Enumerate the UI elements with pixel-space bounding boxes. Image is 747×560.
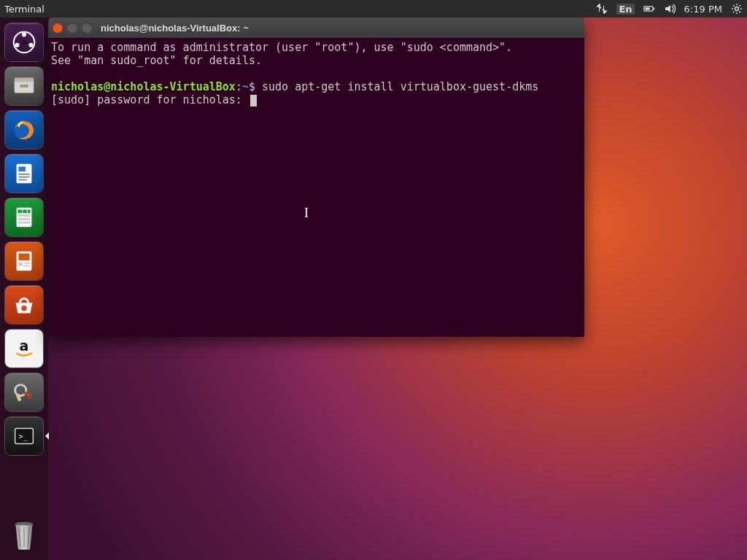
svg-point-16 [21, 39, 27, 45]
prompt-userhost: nicholas@nicholas-VirtualBox [51, 80, 236, 93]
clock[interactable]: 6:19 PM [684, 4, 722, 15]
launcher: a >_ [0, 18, 48, 560]
text-caret-icon: I [304, 206, 309, 221]
amazon-icon[interactable]: a [5, 330, 43, 368]
terminal-body[interactable]: To run a command as administrator (user … [48, 38, 584, 337]
svg-rect-23 [18, 174, 29, 175]
svg-rect-29 [28, 210, 31, 214]
writer-icon[interactable] [5, 155, 43, 192]
indicator-area: En 6:19 PM [596, 3, 743, 15]
dash-icon[interactable] [5, 23, 43, 61]
terminal-titlebar[interactable]: nicholas@nicholas-VirtualBox: ~ [48, 18, 584, 38]
terminal-hint2: See "man sudo_root" for details. [51, 54, 262, 67]
svg-line-10 [733, 12, 735, 13]
svg-rect-22 [18, 167, 26, 172]
maximize-icon[interactable] [82, 23, 92, 33]
svg-point-38 [21, 306, 27, 311]
svg-rect-19 [20, 85, 28, 88]
svg-point-13 [22, 33, 26, 37]
svg-rect-32 [18, 222, 30, 224]
svg-rect-35 [18, 262, 23, 266]
svg-rect-42 [16, 393, 22, 401]
gear-icon[interactable] [731, 3, 743, 15]
minimize-icon[interactable] [67, 23, 77, 33]
svg-rect-36 [24, 262, 31, 264]
prompt-path: ~ [242, 80, 249, 93]
firefox-icon[interactable] [5, 111, 43, 149]
app-menu-title[interactable]: Terminal [4, 4, 44, 15]
svg-rect-1 [653, 7, 654, 9]
svg-rect-31 [18, 218, 30, 220]
svg-line-11 [740, 5, 741, 7]
keyboard-layout-indicator[interactable]: En [616, 4, 634, 15]
volume-icon[interactable] [664, 3, 676, 15]
svg-rect-18 [15, 78, 34, 82]
files-icon[interactable] [5, 67, 43, 105]
svg-rect-25 [18, 179, 26, 181]
software-center-icon[interactable] [5, 286, 43, 324]
svg-line-9 [740, 12, 741, 13]
svg-rect-2 [645, 7, 649, 9]
svg-rect-34 [18, 254, 29, 261]
terminal-command: sudo apt-get install virtualbox-guest-dk… [262, 80, 538, 93]
svg-rect-24 [18, 176, 29, 178]
terminal-window: nicholas@nicholas-VirtualBox: ~ To run a… [48, 18, 584, 337]
settings-icon[interactable] [5, 373, 43, 411]
svg-text:a: a [20, 338, 29, 354]
svg-point-3 [735, 7, 739, 11]
cursor-icon [250, 95, 257, 106]
terminal-hint1: To run a command as administrator (user … [51, 41, 512, 54]
terminal-title: nicholas@nicholas-VirtualBox: ~ [101, 23, 249, 34]
network-icon[interactable] [596, 3, 608, 15]
svg-rect-37 [24, 265, 31, 267]
terminal-icon[interactable]: >_ [5, 417, 43, 455]
svg-rect-27 [18, 210, 22, 214]
sudo-password-prompt: [sudo] password for nicholas: [51, 93, 249, 106]
menu-bar: Terminal En 6:19 PM [0, 0, 747, 18]
svg-text:>_: >_ [18, 432, 28, 441]
impress-icon[interactable] [5, 242, 43, 280]
svg-point-14 [28, 43, 33, 47]
close-icon[interactable] [53, 23, 63, 33]
trash-icon[interactable] [5, 516, 43, 554]
svg-rect-28 [23, 210, 27, 214]
svg-line-8 [733, 5, 735, 7]
battery-icon[interactable] [643, 3, 655, 15]
svg-rect-30 [18, 214, 30, 217]
svg-point-15 [15, 43, 19, 47]
calc-icon[interactable] [5, 198, 43, 236]
